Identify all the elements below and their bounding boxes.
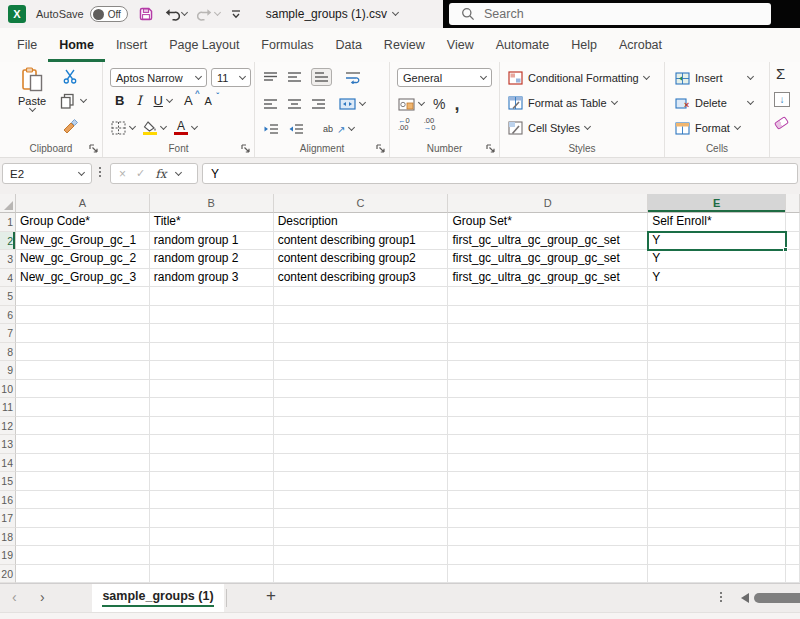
cell-B13[interactable] [150,435,274,454]
cell-F2[interactable] [786,232,800,251]
redo-button[interactable] [197,7,220,22]
cell-E7[interactable] [648,324,786,343]
cut-button[interactable] [62,69,78,84]
align-top-button[interactable] [263,71,278,83]
cell-A2[interactable]: New_gc_Group_gc_1 [16,232,150,251]
row-header-10[interactable]: 10 [0,380,16,399]
cell-C8[interactable] [274,343,449,362]
alignment-dialog-launcher[interactable] [376,144,385,153]
cell-A4[interactable]: New_gc_Group_gc_3 [16,269,150,288]
cell-C6[interactable] [274,306,449,325]
cell-A5[interactable] [16,287,150,306]
font-dialog-launcher[interactable] [241,144,250,153]
comma-style-button[interactable]: , [454,99,459,109]
cell-E2[interactable]: Y [648,232,786,251]
cell-D3[interactable]: first_gc_ultra_gc_group_gc_set [448,250,648,269]
column-header-E[interactable]: E [648,194,786,213]
autosum-button[interactable]: Σ [776,65,785,82]
undo-dropdown-icon[interactable] [181,9,188,16]
cell-C12[interactable] [274,417,449,436]
percent-style-button[interactable]: % [433,96,445,112]
cell-B3[interactable]: random group 2 [150,250,274,269]
cell-A12[interactable] [16,417,150,436]
cell-A3[interactable]: New_gc_Group_gc_2 [16,250,150,269]
row-header-4[interactable]: 4 [0,269,16,288]
decrease-decimal-button[interactable]: .00→0 [424,117,436,131]
cell-C4[interactable]: content describing group3 [274,269,449,288]
row-header-17[interactable]: 17 [0,509,16,528]
cell-E17[interactable] [648,509,786,528]
row-header-6[interactable]: 6 [0,306,16,325]
underline-button[interactable]: U [154,93,163,108]
row-header-7[interactable]: 7 [0,324,16,343]
cell-B17[interactable] [150,509,274,528]
cell-D12[interactable] [448,417,648,436]
sheet-options-icon[interactable] [720,592,722,602]
cell-E5[interactable] [648,287,786,306]
cell-E9[interactable] [648,361,786,380]
cell-C20[interactable] [274,565,449,584]
formula-input[interactable]: Y [202,163,798,184]
row-header-9[interactable]: 9 [0,361,16,380]
cell-C7[interactable] [274,324,449,343]
font-size-combo[interactable]: 11 [211,68,251,87]
cell-F13[interactable] [786,435,800,454]
row-header-18[interactable]: 18 [0,528,16,547]
autosave-toggle[interactable]: Off [90,6,128,22]
cell-D19[interactable] [448,546,648,565]
cell-D9[interactable] [448,361,648,380]
cell-C5[interactable] [274,287,449,306]
cell-E11[interactable] [648,398,786,417]
ribbon-tab-page-layout[interactable]: Page Layout [158,28,250,62]
ribbon-tab-review[interactable]: Review [373,28,436,62]
cell-E6[interactable] [648,306,786,325]
fx-dropdown-icon[interactable] [175,168,182,175]
cell-C2[interactable]: content describing group1 [274,232,449,251]
cell-E3[interactable]: Y [648,250,786,269]
ribbon-tab-view[interactable]: View [436,28,485,62]
ribbon-tab-automate[interactable]: Automate [485,28,561,62]
cell-B14[interactable] [150,454,274,473]
cell-D16[interactable] [448,491,648,510]
autosave-control[interactable]: AutoSave Off [36,6,128,22]
cell-B19[interactable] [150,546,274,565]
cell-styles-button[interactable]: Cell Styles [500,117,590,139]
cell-E4[interactable]: Y [648,269,786,288]
cell-D20[interactable] [448,565,648,584]
cell-E13[interactable] [648,435,786,454]
borders-button[interactable] [111,117,135,139]
customize-toolbar-button[interactable] [230,9,242,20]
cell-B8[interactable] [150,343,274,362]
cell-F11[interactable] [786,398,800,417]
align-center-button[interactable] [287,98,302,110]
row-header-19[interactable]: 19 [0,546,16,565]
column-header-C[interactable]: C [274,194,449,213]
cell-E15[interactable] [648,472,786,491]
cell-A15[interactable] [16,472,150,491]
cell-C1[interactable]: Description [274,213,449,232]
cell-C11[interactable] [274,398,449,417]
cell-F5[interactable] [786,287,800,306]
cell-B11[interactable] [150,398,274,417]
cell-F17[interactable] [786,509,800,528]
cell-B18[interactable] [150,528,274,547]
row-header-1[interactable]: 1 [0,213,16,232]
cell-C17[interactable] [274,509,449,528]
cell-C16[interactable] [274,491,449,510]
column-header-D[interactable]: D [448,194,648,213]
cell-B4[interactable]: random group 3 [150,269,274,288]
row-header-5[interactable]: 5 [0,287,16,306]
clipboard-dialog-launcher[interactable] [89,144,98,153]
sheet-tab-active[interactable]: sample_groups (1) [92,584,224,612]
cell-E20[interactable] [648,565,786,584]
cell-E10[interactable] [648,380,786,399]
increase-indent-button[interactable] [288,123,304,135]
cell-A1[interactable]: Group Code* [16,213,150,232]
fill-color-button[interactable] [143,117,166,139]
cell-D2[interactable]: first_gc_ultra_gc_group_gc_set [448,232,648,251]
undo-button[interactable] [164,7,187,22]
next-sheet-button[interactable]: › [40,589,45,605]
paste-button[interactable]: Paste [8,67,56,141]
cell-C19[interactable] [274,546,449,565]
cell-C18[interactable] [274,528,449,547]
